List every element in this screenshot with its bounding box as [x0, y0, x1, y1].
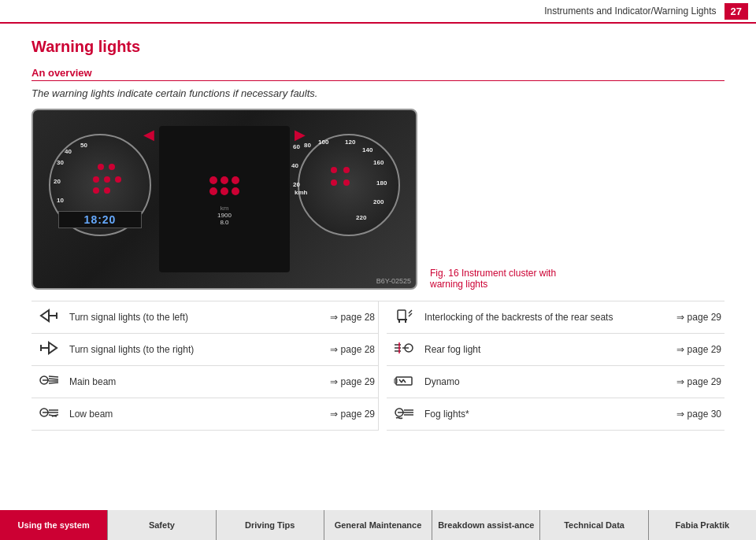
speed-220: 220	[356, 214, 366, 221]
center-warn-2	[220, 176, 228, 184]
center-warn-4	[209, 187, 217, 195]
center-warn-3	[232, 176, 239, 184]
center-panel: km 1900 8.0	[159, 126, 290, 272]
turn-signal-right-icon	[35, 339, 63, 360]
nav-safety[interactable]: Safety	[108, 510, 216, 540]
main-beam-icon	[35, 372, 63, 392]
main-beam-ref: ⇒ page 29	[330, 376, 375, 387]
page-number: 27	[724, 3, 748, 20]
warnings-right-col: Interlocking of the backrests of the rea…	[378, 301, 724, 431]
warning-dot-6	[93, 187, 99, 194]
svg-rect-18	[398, 310, 406, 320]
right-arrow-indicator: ▶	[295, 126, 306, 143]
right-warn-4	[343, 179, 350, 186]
page-heading: Warning lights	[32, 38, 724, 56]
center-warn-6	[232, 187, 239, 195]
fig-caption: Fig. 16 Instrument cluster with warning …	[430, 268, 587, 290]
speed-100: 100	[318, 139, 328, 146]
turn-right-ref: ⇒ page 28	[330, 344, 375, 355]
low-beam-label: Low beam	[69, 409, 324, 420]
center-panel-label: km	[220, 205, 229, 212]
warning-row-dynamo: Dynamo ⇒ page 29	[387, 366, 724, 398]
speed-200: 200	[373, 198, 384, 205]
nav-driving-tips[interactable]: Driving Tips	[217, 510, 324, 540]
intro-text: The warning lights indicate certain func…	[32, 87, 724, 99]
header: Instruments and Indicator/Warning Lights…	[0, 0, 756, 24]
header-title: Instruments and Indicator/Warning Lights	[16, 6, 724, 17]
nav-using-system[interactable]: Using the system	[0, 510, 108, 540]
svg-line-22	[409, 310, 412, 313]
speed-60: 60	[293, 143, 300, 150]
image-ref: B6Y-02525	[376, 277, 411, 285]
warning-dot-7	[104, 187, 110, 194]
warning-dot-4	[104, 176, 110, 183]
warning-dot-1	[98, 164, 104, 170]
turn-left-label: Turn signal lights (to the left)	[69, 312, 324, 323]
warning-row-turn-right: Turn signal lights (to the right) ⇒ page…	[32, 334, 378, 366]
gauge-num-50: 50	[80, 142, 87, 149]
right-warn-2	[343, 167, 350, 173]
speed-kmh: kmh	[295, 189, 307, 196]
fog-lights-label: Fog lights*	[424, 409, 670, 420]
warning-row-main-beam: Main beam ⇒ page 29	[32, 366, 378, 398]
svg-line-34	[403, 379, 406, 383]
gauge-num-20: 20	[54, 178, 61, 185]
bottom-nav[interactable]: Using the system Safety Driving Tips Gen…	[0, 510, 756, 540]
nav-breakdown[interactable]: Breakdown assist-ance	[432, 510, 540, 540]
speed-20: 20	[293, 181, 300, 188]
svg-line-8	[49, 376, 58, 377]
speed-80: 80	[304, 142, 311, 149]
time-display: 18:20	[58, 211, 142, 228]
fog-lights-icon	[390, 404, 418, 424]
dashboard-image: 50 40 30 20 10 x100 60 70 18:20	[32, 109, 417, 290]
turn-left-ref: ⇒ page 28	[330, 312, 375, 323]
rear-fog-label: Rear fog light	[424, 344, 670, 355]
odometer: 1900 8.0	[217, 212, 232, 226]
center-warn-1	[209, 176, 217, 184]
dashboard-section: 50 40 30 20 10 x100 60 70 18:20	[32, 109, 724, 290]
gauge-num-30: 30	[57, 159, 64, 166]
main-content: Warning lights An overview The warning l…	[0, 24, 756, 510]
nav-technical-data[interactable]: Technical Data	[540, 510, 648, 540]
speed-140: 140	[362, 146, 372, 153]
warning-row-seat-backrest: Interlocking of the backrests of the rea…	[387, 301, 724, 334]
speedometer-gauge: 100 120 140 80 160 60 180 40 200 20 220 …	[298, 134, 400, 236]
warnings-left-col: Turn signal lights (to the left) ⇒ page …	[32, 301, 378, 431]
speed-120: 120	[345, 139, 355, 146]
nav-general-maintenance[interactable]: General Maintenance	[324, 510, 432, 540]
warning-row-low-beam: Low beam ⇒ page 29	[32, 398, 378, 431]
dynamo-ref: ⇒ page 29	[676, 376, 721, 387]
speed-160: 160	[373, 159, 384, 166]
warning-dot-5	[115, 176, 121, 183]
dashboard-time: 18:20	[84, 213, 117, 226]
speed-180: 180	[376, 179, 387, 187]
svg-line-9	[49, 379, 58, 379]
speed-40: 40	[291, 162, 298, 169]
turn-signal-left-icon	[35, 307, 63, 327]
svg-marker-3	[49, 342, 57, 353]
right-warn-1	[331, 167, 337, 173]
svg-line-23	[409, 313, 412, 316]
nav-fabia-praktik[interactable]: Fabia Praktik	[649, 510, 756, 540]
left-arrow-indicator: ◀	[143, 126, 154, 143]
warning-row-turn-left: Turn signal lights (to the left) ⇒ page …	[32, 301, 378, 334]
warning-dot-3	[93, 176, 99, 183]
fog-lights-ref: ⇒ page 30	[676, 409, 721, 420]
svg-marker-0	[41, 310, 49, 321]
warning-dot-2	[109, 164, 115, 170]
turn-right-label: Turn signal lights (to the right)	[69, 344, 324, 355]
gauge-num-10: 10	[57, 197, 64, 204]
dynamo-icon	[390, 372, 418, 392]
low-beam-icon	[35, 404, 63, 424]
svg-line-11	[49, 383, 58, 383]
gauge-num-40: 40	[65, 148, 72, 155]
dashboard-right: Fig. 16 Instrument cluster with warning …	[430, 109, 587, 290]
warnings-grid: Turn signal lights (to the left) ⇒ page …	[32, 301, 724, 431]
seat-backrest-icon	[390, 307, 418, 327]
rear-fog-ref: ⇒ page 29	[676, 344, 721, 355]
rear-fog-icon	[390, 339, 418, 360]
main-beam-label: Main beam	[69, 376, 324, 387]
right-warn-3	[331, 179, 337, 186]
dynamo-label: Dynamo	[424, 376, 670, 387]
warning-row-rear-fog: Rear fog light ⇒ page 29	[387, 334, 724, 366]
